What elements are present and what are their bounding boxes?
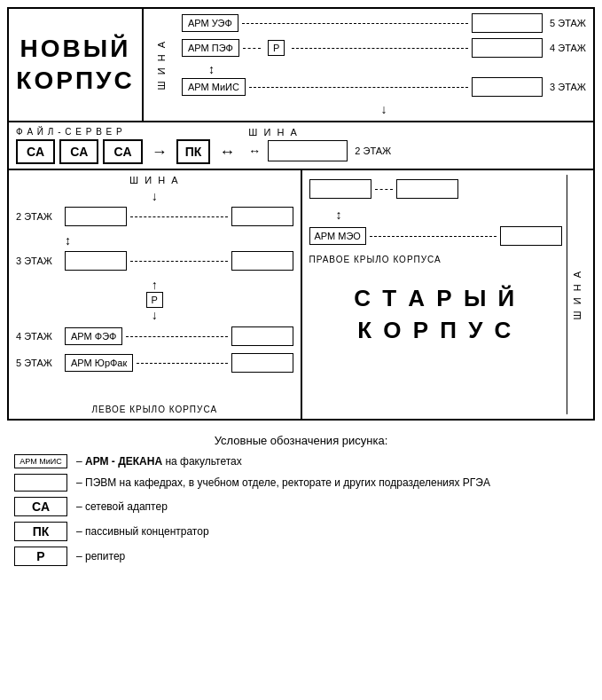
- legend-arm-text: – АРМ - ДЕКАНА на факультетах: [76, 455, 242, 468]
- arm-uef-box: АРМ УЭФ: [182, 14, 238, 32]
- top-section: НОВЫЙ КОРПУС Ш И Н А АРМ УЭФ 5 ЭТАЖ: [9, 9, 593, 122]
- etaj-mid-label: 2 ЭТАЖ: [355, 146, 391, 156]
- sa-box-2: CA: [59, 139, 98, 164]
- right-wing-content: ↕ АРМ МЭО ПРАВОЕ КРЫЛО КОРПУСА С Т А Р Ы…: [309, 175, 563, 414]
- middle-section: Ф А Й Л - С Е Р В Е Р CA CA CA → ПК ↔ Ш …: [9, 122, 593, 170]
- left-wing-label: ЛЕВОЕ КРЫЛО КОРПУСА: [9, 405, 301, 414]
- right-floor-meo: АРМ МЭО: [309, 226, 563, 246]
- legend-row-empty: – ПЭВМ на кафедрах, в учебном отделе, ре…: [14, 474, 588, 492]
- floor-rect-3: [472, 77, 543, 97]
- v-arrow-r: ↕: [336, 208, 563, 222]
- left-wing: Ш И Н А ↓ 2 ЭТАЖ ↕ 3 ЭТАЖ: [9, 170, 302, 419]
- floor-rect-4: [472, 38, 543, 58]
- left-label-4: 4 ЭТАЖ: [16, 331, 65, 342]
- left-rect-2: [65, 207, 127, 226]
- arrow-to-pk: →: [152, 143, 168, 161]
- arm-meo-box: АРМ МЭО: [309, 227, 366, 245]
- sa-row: CA CA CA → ПК ↔: [16, 139, 239, 164]
- staryy-korpus-label: С Т А Р Ы ЙК О Р П У С: [309, 282, 563, 347]
- shina-down-arrow: ↓: [16, 189, 293, 203]
- legend-r-box: Р: [14, 547, 67, 566]
- left-rect-3b: [231, 251, 293, 271]
- dashed-2: [292, 48, 468, 49]
- pravoe-krylo-label: ПРАВОЕ КРЫЛО КОРПУСА: [309, 255, 563, 264]
- left-rect-4: [231, 326, 293, 346]
- legend-empty-text: – ПЭВМ на кафедрах, в учебном отделе, ре…: [76, 476, 490, 489]
- dashed-miis: [249, 87, 468, 88]
- legend: Условные обозначения рисунка: АРМ МиИС –…: [7, 429, 595, 576]
- arm-pef-box: АРМ ПЭФ: [182, 39, 239, 57]
- new-building-label: НОВЫЙ КОРПУС: [9, 9, 142, 121]
- floor-label-5: 5 ЭТАЖ: [550, 18, 586, 28]
- right-floor-rows: ↕ АРМ МЭО ПРАВОЕ КРЫЛО КОРПУСА: [309, 175, 563, 264]
- left-floor-4: 4 ЭТАЖ АРМ ФЭФ: [16, 326, 293, 346]
- right-wing: ↕ АРМ МЭО ПРАВОЕ КРЫЛО КОРПУСА С Т А Р Ы…: [302, 170, 594, 419]
- dash-left-3: [130, 261, 228, 262]
- sa-box-1: CA: [16, 139, 55, 164]
- right-floors-area: Ш И Н А АРМ УЭФ 5 ЭТАЖ АРМ ПЭФ: [142, 9, 593, 121]
- shina-vertical-top: Ш И Н А: [152, 9, 170, 121]
- floor-label-4: 4 ЭТАЖ: [550, 43, 586, 53]
- arm-fef-box: АРМ ФЭФ: [65, 327, 122, 345]
- right-wing-inner: ↕ АРМ МЭО ПРАВОЕ КРЫЛО КОРПУСА С Т А Р Ы…: [309, 175, 587, 414]
- repeater-col: ↑ Р ↓: [143, 278, 167, 322]
- legend-row-arm: АРМ МиИС – АРМ - ДЕКАНА на факультетах: [14, 454, 588, 468]
- shina-top-label: Ш И Н А: [156, 40, 167, 90]
- right-top-rect-2: [396, 179, 458, 199]
- v-arrow-2-3: ↕: [65, 233, 293, 248]
- left-rect-3: [65, 251, 127, 271]
- right-floor-top1: [309, 179, 563, 199]
- main-diagram: НОВЫЙ КОРПУС Ш И Н А АРМ УЭФ 5 ЭТАЖ: [7, 7, 595, 421]
- legend-row-sa: CA – сетевой адаптер: [14, 497, 588, 516]
- legend-title: Условные обозначения рисунка:: [14, 434, 588, 447]
- left-label-5: 5 ЭТАЖ: [16, 358, 65, 368]
- dash-r-1: [375, 189, 393, 190]
- floor-row-3: АРМ МиИС 3 ЭТАЖ: [182, 77, 586, 97]
- double-arrow-mid: ↔: [219, 143, 235, 161]
- legend-arm-box: АРМ МиИС: [14, 454, 67, 468]
- file-server-label: Ф А Й Л - С Е Р В Е Р: [16, 127, 123, 137]
- legend-sa-text: – сетевой адаптер: [76, 500, 168, 513]
- up-down-arrow: ↕: [208, 63, 215, 75]
- floor-rect-5: [472, 13, 543, 33]
- legend-pk-text: – пассивный концентратор: [76, 525, 209, 538]
- floor-row-4: АРМ ПЭФ Р 4 ЭТАЖ: [182, 38, 586, 58]
- sa-box-3: CA: [103, 139, 142, 164]
- legend-pk-box: ПК: [14, 522, 67, 541]
- dash-left-2: [130, 216, 228, 217]
- left-label-2: 2 ЭТАЖ: [16, 211, 65, 222]
- legend-r-text: – репитер: [76, 550, 125, 562]
- bus-rect-mid: [268, 140, 348, 161]
- floor-label-3: 3 ЭТАЖ: [550, 82, 586, 92]
- left-floor-5: 5 ЭТАЖ АРМ ЮрФак: [16, 353, 293, 373]
- right-meo-rect: [500, 226, 562, 246]
- dash-meo: [370, 236, 496, 237]
- file-server-area: Ф А Й Л - С Е Р В Е Р CA CA CA → ПК ↔: [16, 127, 239, 164]
- repeater-center: ↑ Р ↓: [16, 278, 293, 322]
- shina-mid-label: Ш И Н А: [248, 127, 298, 138]
- shina-bus-row: ↔ 2 ЭТАЖ: [248, 140, 391, 161]
- dashed-1: [243, 48, 261, 49]
- up-arrow-r: ↑: [152, 278, 158, 292]
- left-floor-3: 3 ЭТАЖ: [16, 251, 293, 271]
- down-arrow-to-mid: ↓: [182, 102, 586, 116]
- legend-row-pk: ПК – пассивный концентратор: [14, 522, 588, 541]
- floor-rows-top: АРМ УЭФ 5 ЭТАЖ АРМ ПЭФ Р 4 ЭТАЖ: [175, 9, 593, 121]
- dashed-connector-uef: [242, 23, 468, 24]
- dash-left-5: [137, 363, 227, 364]
- middle-shina-area: Ш И Н А ↔ 2 ЭТАЖ: [248, 127, 391, 164]
- repeater-4: Р: [268, 40, 285, 56]
- shina-vertical-right: Ш И Н А: [567, 175, 586, 414]
- repeater-box-left: Р: [146, 292, 163, 308]
- left-shina-label: Ш И Н А: [16, 175, 293, 185]
- legend-row-r: Р – репитер: [14, 547, 588, 566]
- right-top-rect-1: [309, 179, 371, 199]
- arm-miis-box: АРМ МиИС: [182, 78, 246, 96]
- down-arrow: ↓: [381, 102, 387, 116]
- left-label-3: 3 ЭТАЖ: [16, 256, 65, 266]
- arm-yurfak-box: АРМ ЮрФак: [65, 354, 133, 372]
- legend-sa-box: CA: [14, 497, 67, 516]
- down-arrow-r: ↓: [152, 308, 158, 322]
- pk-box: ПК: [176, 139, 211, 164]
- v-arrows-top: ↕: [208, 63, 586, 75]
